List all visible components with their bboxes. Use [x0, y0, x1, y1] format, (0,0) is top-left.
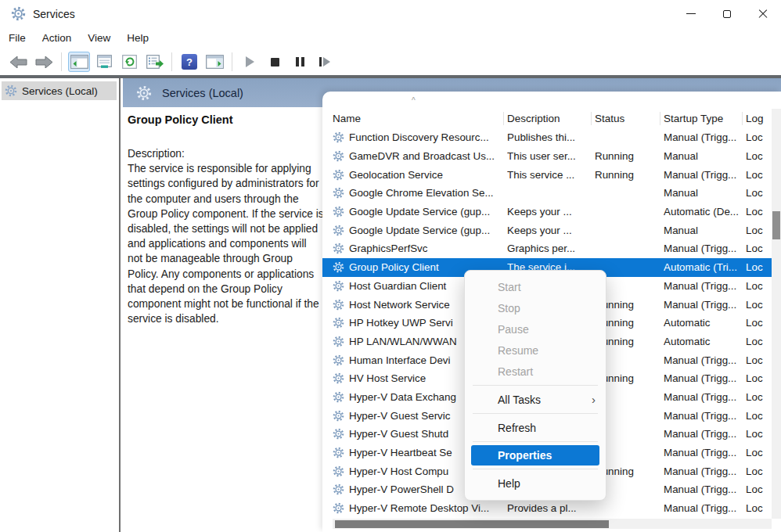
stop-service-button[interactable]: [264, 52, 286, 72]
context-menu-item[interactable]: Help: [465, 473, 606, 494]
service-name: Hyper-V Host Compu: [349, 466, 448, 477]
back-button[interactable]: [8, 52, 30, 72]
column-header[interactable]: Status: [595, 109, 664, 128]
column-header[interactable]: Name: [333, 109, 507, 128]
context-menu-item[interactable]: Resume: [465, 340, 606, 361]
service-startup-type: Manual (Trigg...: [664, 428, 746, 440]
service-name: Geolocation Service: [349, 169, 443, 181]
table-row[interactable]: GraphicsPerfSvc Graphics per... Manual (…: [322, 239, 772, 258]
services-app-icon: [11, 6, 26, 21]
service-description: This service ...: [507, 169, 595, 181]
toolbar-separator: [232, 52, 232, 71]
services-icon: [136, 85, 152, 101]
toolbar-separator: [61, 52, 62, 71]
context-menu: Start Stop Pause Resume Restart All Task…: [464, 270, 606, 501]
minimize-button[interactable]: [673, 0, 709, 27]
table-row[interactable]: Geolocation Service This service ... Run…: [322, 165, 772, 184]
context-menu-item[interactable]: [473, 469, 598, 469]
tree-item-services-local[interactable]: Services (Local): [2, 81, 117, 100]
context-menu-item[interactable]: Stop: [465, 297, 606, 318]
properties-button[interactable]: [93, 52, 115, 72]
menu-bar-item[interactable]: Help: [127, 32, 149, 44]
service-gear-icon: [333, 225, 344, 236]
stop-service-icon: [271, 58, 279, 66]
service-description-pane: Group Policy Client Description: The ser…: [123, 107, 322, 532]
context-menu-item[interactable]: Pause: [465, 318, 606, 340]
menu-item-label: Stop: [498, 302, 520, 315]
restart-service-button[interactable]: [314, 52, 336, 72]
help-button[interactable]: ?: [178, 52, 200, 72]
service-startup-type: Manual (Trigg...: [664, 372, 746, 384]
horizontal-scrollbar[interactable]: [333, 519, 772, 529]
context-menu-item[interactable]: [473, 413, 598, 414]
context-menu-item[interactable]: Properties: [471, 445, 599, 466]
list-column-headers: Name Description Status Startup Type Log: [322, 109, 772, 128]
menu-item-label: Pause: [498, 323, 529, 336]
context-menu-item[interactable]: Restart: [465, 361, 606, 382]
vertical-scrollbar[interactable]: [772, 109, 781, 519]
menu-item-label: Refresh: [498, 422, 536, 434]
service-gear-icon: [333, 299, 344, 311]
service-name: Google Update Service (gup...: [349, 225, 490, 236]
service-name: Human Interface Devi: [349, 354, 451, 366]
service-name: Group Policy Client: [349, 261, 439, 273]
column-header[interactable]: Startup Type: [664, 109, 746, 128]
context-menu-item[interactable]: Refresh: [465, 417, 606, 438]
console-tree-icon: [70, 55, 88, 69]
context-menu-item[interactable]: Start: [465, 276, 606, 297]
service-startup-type: Manual (Trigg...: [664, 466, 746, 477]
service-startup-type: Manual (Trigg...: [664, 410, 746, 422]
refresh-button[interactable]: [118, 52, 140, 72]
table-row[interactable]: Google Update Service (gup... Keeps your…: [322, 221, 772, 239]
start-service-button[interactable]: [239, 52, 261, 72]
service-startup-type: Automatic: [664, 317, 746, 329]
context-menu-item[interactable]: All Tasks ›: [465, 389, 606, 410]
pause-service-button[interactable]: [289, 52, 311, 72]
toolbar-separator: [171, 52, 172, 71]
menu-bar-item[interactable]: Action: [42, 32, 72, 44]
service-gear-icon: [333, 317, 344, 329]
service-status: Running: [595, 150, 664, 162]
menu-item-label: Help: [498, 477, 520, 490]
service-name: Hyper-V Guest Shutd: [349, 428, 448, 440]
table-row[interactable]: Function Discovery Resourc... Publishes …: [322, 128, 772, 147]
maximize-button[interactable]: [709, 0, 745, 27]
show-console-tree-button[interactable]: [68, 52, 90, 72]
pane-splitter[interactable]: [119, 78, 121, 532]
restart-service-icon: [319, 57, 330, 66]
service-gear-icon: [333, 502, 344, 514]
menu-bar-item[interactable]: File: [9, 32, 26, 44]
maximize-icon: [723, 10, 731, 18]
window-title: Services: [33, 8, 75, 20]
service-gear-icon: [333, 131, 344, 143]
context-menu-item[interactable]: [473, 441, 598, 442]
horizontal-scrollbar-thumb[interactable]: [335, 520, 609, 528]
forward-button[interactable]: [33, 52, 55, 72]
service-gear-icon: [333, 447, 344, 458]
menu-bar-item[interactable]: View: [88, 32, 110, 44]
close-button[interactable]: [745, 0, 781, 27]
service-startup-type: Manual: [664, 225, 746, 236]
console-tree-pane: Services (Local): [0, 78, 118, 532]
description-label: Description:: [128, 146, 322, 161]
context-menu-item[interactable]: [473, 385, 598, 386]
service-name: Hyper-V PowerShell D: [349, 483, 454, 495]
service-startup-type: Manual (Trigg...: [664, 483, 746, 495]
export-list-button[interactable]: [143, 52, 165, 72]
service-startup-type: Manual (Trigg...: [664, 243, 746, 254]
table-row[interactable]: Google Chrome Elevation Se... Manual Loc: [322, 184, 772, 203]
minimize-icon: [686, 13, 696, 14]
service-gear-icon: [333, 466, 344, 477]
service-startup-type: Manual (Trigg...: [664, 131, 746, 143]
table-row[interactable]: GameDVR and Broadcast Us... This user se…: [322, 147, 772, 166]
vertical-scrollbar-thumb[interactable]: [772, 211, 780, 239]
service-name: Host Network Service: [349, 299, 450, 311]
table-row[interactable]: Google Update Service (gup... Keeps your…: [322, 203, 772, 221]
column-header[interactable]: Description: [507, 109, 595, 128]
menu-item-label: Restart: [498, 365, 533, 378]
show-action-pane-button[interactable]: [203, 52, 225, 72]
service-description: Keeps your ...: [507, 225, 595, 236]
table-row[interactable]: Hyper-V Remote Desktop Vi... Provides a …: [322, 499, 772, 518]
back-arrow-icon: [10, 56, 27, 68]
help-icon: ?: [182, 54, 197, 70]
